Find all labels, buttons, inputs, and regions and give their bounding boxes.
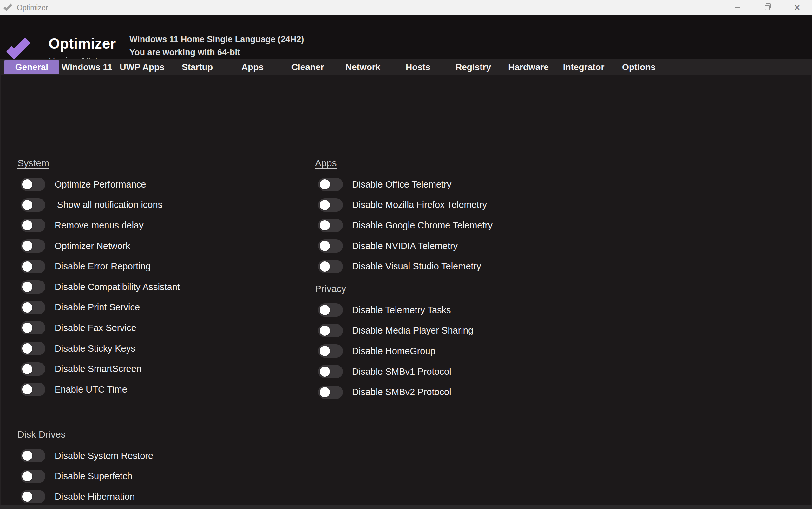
tab-startup[interactable]: Startup [170,60,225,74]
tab-label: Options [622,62,656,72]
toggle-knob [22,323,32,333]
toggle-row[interactable]: Disable HomeGroup [315,341,600,362]
tab-network[interactable]: Network [335,60,390,74]
section-system: System Optimize Performance Show all not… [17,155,303,400]
toggle-label[interactable]: Enable UTC Time [55,384,127,395]
toggle-label[interactable]: Disable NVIDIA Telemetry [352,241,458,251]
toggle-row[interactable]: Disable Compatibility Assistant [17,277,303,297]
toggle-row[interactable]: Disable Mozilla Firefox Telemetry [315,195,600,215]
toggle-switch[interactable] [21,449,45,462]
toggle-row[interactable]: Disable Office Telemetry [315,174,600,195]
tab-bar: General Windows 11 UWP Apps Startup Apps… [0,59,812,75]
toggle-row[interactable]: Disable Error Reporting [17,256,303,277]
toggle-switch[interactable] [21,301,45,314]
toggle-row[interactable]: Disable Fax Service [17,318,303,338]
toggle-row[interactable]: Optimize Performance [17,174,303,195]
tab-label: Network [345,62,380,72]
toggle-row[interactable]: Disable Google Chrome Telemetry [315,215,600,236]
toggle-row[interactable]: Disable Telemetry Tasks [315,300,600,320]
toggle-label[interactable]: Disable SMBv1 Protocol [352,367,451,377]
toggle-switch[interactable] [21,490,45,503]
tab-integrator[interactable]: Integrator [556,60,611,74]
toggle-row[interactable]: Disable Print Service [17,297,303,318]
toggle-row[interactable]: Disable Hibernation [17,486,303,507]
app-check-icon [3,2,12,11]
toggle-label[interactable]: Disable Visual Studio Telemetry [352,261,481,272]
toggle-label[interactable]: Disable Hibernation [55,491,135,502]
toggle-switch[interactable] [318,198,343,212]
toggle-label[interactable]: Disable Office Telemetry [352,179,451,190]
toggle-knob [320,326,330,336]
toggle-row[interactable]: Disable Visual Studio Telemetry [315,256,600,277]
tab-general[interactable]: General [4,60,59,74]
restore-button[interactable] [752,0,782,15]
toggle-switch[interactable] [21,260,45,273]
toggle-row[interactable]: Disable NVIDIA Telemetry [315,236,600,257]
toggle-label[interactable]: Disable Error Reporting [55,261,151,272]
toggle-switch[interactable] [21,178,45,191]
toggle-switch[interactable] [318,218,343,232]
toggle-switch[interactable] [318,324,343,337]
toggle-switch[interactable] [21,218,45,232]
toggle-label[interactable]: Disable Compatibility Assistant [55,282,180,292]
tab-hosts[interactable]: Hosts [390,60,446,74]
minimize-button[interactable] [722,0,752,15]
toggle-label[interactable]: Show all notification icons [55,200,163,210]
toggle-row[interactable]: Disable Superfetch [17,466,303,487]
toggle-label[interactable]: Disable HomeGroup [352,346,435,357]
toggle-row[interactable]: Show all notification icons [17,195,303,215]
toggle-row[interactable]: Enable UTC Time [17,379,303,400]
app-header: Optimizer Version: 16.7 Windows 11 Home … [0,15,812,59]
toggle-label[interactable]: Disable System Restore [55,451,153,461]
toggle-switch[interactable] [318,344,343,358]
toggle-label[interactable]: Disable Superfetch [55,471,132,481]
toggle-label[interactable]: Optimizer Network [55,241,130,251]
toggle-switch[interactable] [318,260,343,273]
toggle-row[interactable]: Disable SmartScreen [17,359,303,379]
tab-apps[interactable]: Apps [225,60,280,74]
toggle-label[interactable]: Disable Mozilla Firefox Telemetry [352,200,487,210]
toggle-switch[interactable] [318,303,343,317]
toggle-switch[interactable] [318,178,343,191]
toggle-row[interactable]: Disable SMBv2 Protocol [315,382,600,402]
toggle-switch[interactable] [318,365,343,378]
tab-options[interactable]: Options [611,60,666,74]
toggle-row[interactable]: Disable Media Player Sharing [315,320,600,341]
toggle-row[interactable]: Disable Sticky Keys [17,338,303,359]
toggle-knob [22,262,32,272]
toggle-switch[interactable] [21,383,45,396]
toggle-label[interactable]: Disable Telemetry Tasks [352,305,451,315]
tab-cleaner[interactable]: Cleaner [280,60,335,74]
toggle-label[interactable]: Disable Sticky Keys [55,343,135,354]
section-disk-drives: Disk Drives Disable System Restore Disab… [17,426,303,509]
tab-label: Cleaner [291,62,324,72]
toggle-label[interactable]: Optimize Performance [55,179,146,190]
toggle-label[interactable]: Disable Media Player Sharing [352,325,473,336]
toggle-label[interactable]: Remove menus delay [55,220,143,231]
toggle-switch[interactable] [21,239,45,252]
close-button[interactable]: ✕ [782,0,812,15]
toggle-label[interactable]: Disable SmartScreen [55,364,141,374]
toggle-row[interactable]: Optimizer Network [17,236,303,257]
toggle-row[interactable]: Remove menus delay [17,215,303,236]
toggle-switch[interactable] [21,198,45,212]
toggle-switch[interactable] [21,342,45,355]
toggle-label[interactable]: Disable Print Service [55,302,140,313]
app-title: Optimizer [48,35,116,52]
toggle-label[interactable]: Disable SMBv2 Protocol [352,387,451,397]
toggle-switch[interactable] [318,385,343,399]
toggle-label[interactable]: Disable Fax Service [55,323,136,333]
tab-hardware[interactable]: Hardware [501,60,556,74]
toggle-label[interactable]: Disable Google Chrome Telemetry [352,220,493,231]
tab-uwp-apps[interactable]: UWP Apps [114,60,170,74]
toggle-row[interactable]: Disable System Restore [17,445,303,466]
tab-registry[interactable]: Registry [446,60,501,74]
toggle-switch[interactable] [318,239,343,252]
tab-windows-11[interactable]: Windows 11 [59,60,114,74]
toggle-knob [320,179,330,190]
toggle-switch[interactable] [21,470,45,483]
toggle-switch[interactable] [21,362,45,376]
toggle-switch[interactable] [21,280,45,294]
toggle-row[interactable]: Disable SMBv1 Protocol [315,362,600,382]
toggle-switch[interactable] [21,321,45,335]
